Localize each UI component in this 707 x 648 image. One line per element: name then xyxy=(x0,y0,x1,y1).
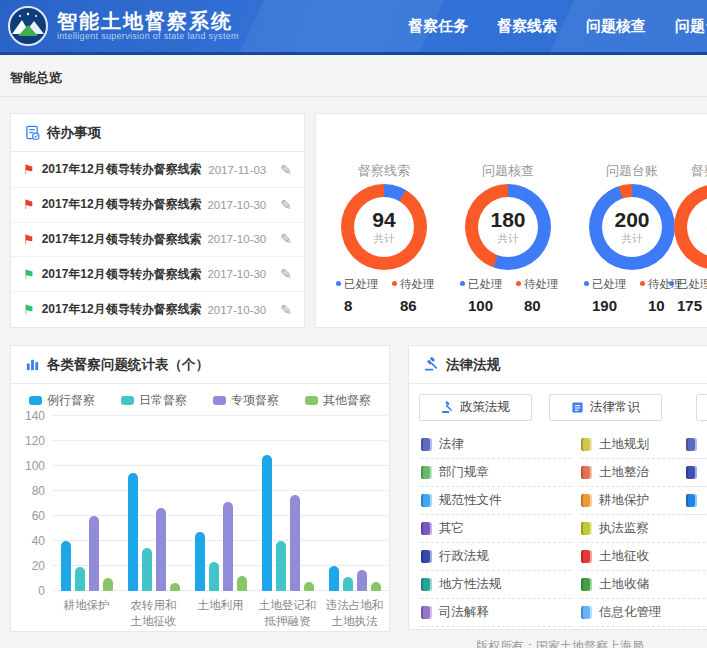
nav-item-2[interactable]: 督察线索 xyxy=(497,17,559,36)
law-link[interactable] xyxy=(686,487,707,515)
laws-panel: 法律法规 政策法规法律常识 法律部门规章规范性文件其它行政法规地方性法规司法解释… xyxy=(408,345,707,630)
donut-legend-value: 86 xyxy=(392,297,435,314)
laws-column-1: 法律部门规章规范性文件其它行政法规地方性法规司法解释 xyxy=(421,431,571,627)
donut-center: 180共计 xyxy=(478,197,538,257)
todo-item[interactable]: ⚑2017年12月领导转办督察线索2017-10-30✎ xyxy=(11,223,304,258)
law-link[interactable] xyxy=(686,431,707,459)
book-icon xyxy=(581,578,592,591)
x-axis-label: 农转用和 土地征收 xyxy=(120,598,187,629)
edit-pencil-icon[interactable]: ✎ xyxy=(280,302,292,318)
law-link-label: 土地征收 xyxy=(599,548,649,565)
legend-item[interactable]: 日常督察 xyxy=(121,392,187,409)
donut-legend-value: 100 xyxy=(460,297,503,314)
edit-pencil-icon[interactable]: ✎ xyxy=(280,162,292,178)
y-axis-tick: 140 xyxy=(25,409,45,423)
donut-center: 200共计 xyxy=(602,197,662,257)
y-axis-tick: 40 xyxy=(32,534,45,548)
law-link[interactable]: 土地收储 xyxy=(581,571,707,599)
donut-legend-label: 待处理 xyxy=(392,277,435,292)
bar-专项督察 xyxy=(89,516,99,591)
app-logo[interactable]: 智能土地督察系统 intelligent supervision of stat… xyxy=(8,6,239,46)
law-link-label: 规范性文件 xyxy=(439,492,502,509)
todo-item[interactable]: ⚑2017年12月领导转办督察线索2017-11-03✎ xyxy=(11,153,304,188)
todo-item-date: 2017-10-30 xyxy=(207,304,266,316)
legend-item[interactable]: 其他督察 xyxy=(305,392,371,409)
todo-item-text: 2017年12月领导转办督察线索 xyxy=(42,196,202,213)
donut-total-label: 共计 xyxy=(498,232,519,246)
edit-pencil-icon[interactable]: ✎ xyxy=(280,197,292,213)
legend-swatch-icon xyxy=(213,396,226,405)
nav-item-3[interactable]: 问题核查 xyxy=(586,17,648,36)
nav-item-1[interactable]: 督察任务 xyxy=(408,17,470,36)
edit-pencil-icon[interactable]: ✎ xyxy=(280,231,292,247)
law-link[interactable]: 其它 xyxy=(421,515,571,543)
todo-panel: 待办事项 ⚑2017年12月领导转办督察线索2017-11-03✎⚑2017年1… xyxy=(10,113,305,328)
edit-pencil-icon[interactable]: ✎ xyxy=(280,266,292,282)
law-link[interactable] xyxy=(686,459,707,487)
todo-item-date: 2017-11-03 xyxy=(208,164,266,176)
book-icon xyxy=(421,550,432,563)
law-link[interactable]: 规范性文件 xyxy=(421,487,571,515)
law-link[interactable]: 行政法规 xyxy=(421,543,571,571)
book-icon xyxy=(581,438,592,451)
bar-专项督察 xyxy=(290,495,300,591)
todo-item[interactable]: ⚑2017年12月领导转办督察线索2017-10-30✎ xyxy=(11,188,304,223)
law-link[interactable]: 信息化管理 xyxy=(581,599,707,627)
bar-chart-plot: 020406080100120140 xyxy=(53,416,388,591)
book-icon xyxy=(421,578,432,591)
todo-list: ⚑2017年12月领导转办督察线索2017-11-03✎⚑2017年12月领导转… xyxy=(11,153,304,327)
bar-group xyxy=(187,416,254,591)
law-link[interactable]: 地方性法规 xyxy=(421,571,571,599)
flag-icon: ⚑ xyxy=(23,232,35,247)
app-title: 智能土地督察系统 xyxy=(57,11,239,32)
book-icon xyxy=(581,494,592,507)
book-icon xyxy=(581,466,592,479)
gavel-icon xyxy=(423,357,439,372)
bar-其他督察 xyxy=(237,576,247,591)
bar-chart-title: 各类督察问题统计表（个） xyxy=(47,356,209,374)
nav-item-4[interactable]: 问题台账 xyxy=(675,17,707,36)
laws-tab-2[interactable]: 法律常识 xyxy=(549,394,662,421)
laws-tab-1[interactable]: 政策法规 xyxy=(419,394,532,421)
donut-legend-item: 已处理175 xyxy=(669,277,707,314)
law-link-label: 部门规章 xyxy=(439,464,489,481)
legend-swatch-icon xyxy=(29,396,42,405)
legend-item[interactable]: 专项督察 xyxy=(213,392,279,409)
donut-ring: 94共计 xyxy=(341,184,427,270)
flag-icon: ⚑ xyxy=(23,267,35,282)
laws-panel-header: 法律法规 xyxy=(409,346,707,384)
bar-chart-header: 各类督察问题统计表（个） xyxy=(11,346,389,384)
donut-total-value: 200 xyxy=(614,209,649,230)
donut-total-label: 共计 xyxy=(374,232,395,246)
todo-panel-header: 待办事项 xyxy=(11,114,304,152)
law-link[interactable]: 执法监察 xyxy=(581,515,707,543)
law-link[interactable]: 法律 xyxy=(421,431,571,459)
legend-item[interactable]: 例行督察 xyxy=(29,392,95,409)
gavel-icon xyxy=(441,401,454,414)
legend-dot-icon xyxy=(669,281,674,286)
todo-item[interactable]: ⚑2017年12月领导转办督察线索2017-10-30✎ xyxy=(11,257,304,292)
donut-legend-value: 175 xyxy=(669,297,707,314)
law-link[interactable]: 司法解释 xyxy=(421,599,571,627)
legend-swatch-icon xyxy=(305,396,318,405)
law-link[interactable]: 土地征收 xyxy=(581,543,707,571)
flag-icon: ⚑ xyxy=(23,197,35,212)
law-link[interactable]: 部门规章 xyxy=(421,459,571,487)
donut-legend-label: 已处理 xyxy=(336,277,379,292)
bar-专项督察 xyxy=(223,502,233,591)
donut-legend-item: 已处理100 xyxy=(460,277,503,314)
legend-dot-icon xyxy=(336,281,341,286)
bar-其他督察 xyxy=(371,582,381,591)
laws-tab-3[interactable] xyxy=(696,394,707,421)
bar-chart-icon xyxy=(25,357,40,372)
law-link-label: 行政法规 xyxy=(439,548,489,565)
laws-tab-label: 政策法规 xyxy=(460,399,510,416)
bar-其他督察 xyxy=(170,583,180,591)
y-axis-tick: 0 xyxy=(38,584,45,598)
law-link-label: 土地收储 xyxy=(599,576,649,593)
law-link-label: 司法解释 xyxy=(439,604,489,621)
y-axis-tick: 60 xyxy=(32,509,45,523)
todo-item[interactable]: ⚑2017年12月领导转办督察线索2017-10-30✎ xyxy=(11,292,304,327)
donut-legend-label: 已处理 xyxy=(460,277,503,292)
bar-例行督察 xyxy=(329,566,339,591)
